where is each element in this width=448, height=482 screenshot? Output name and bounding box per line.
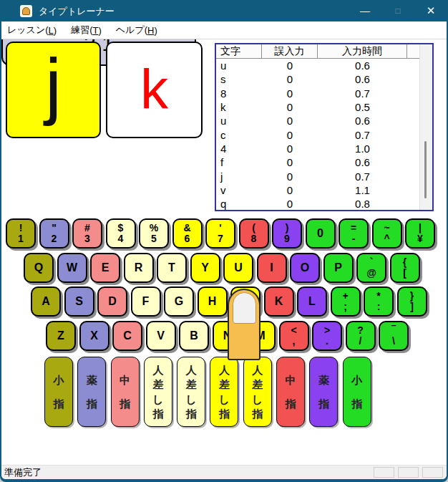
- table-row: k00.5: [216, 100, 419, 114]
- table-row: j00.7: [216, 169, 419, 183]
- key-C[interactable]: C: [112, 321, 142, 351]
- key-Q[interactable]: Q: [24, 253, 54, 283]
- status-text: 準備完了: [1, 466, 374, 479]
- table-cell: 0: [262, 129, 318, 141]
- table-row: u00.6: [216, 114, 419, 127]
- table-row: v01.1: [216, 183, 419, 197]
- key-4[interactable]: $4: [106, 218, 136, 249]
- table-cell: c: [216, 129, 262, 141]
- table-cell: 0.7: [318, 129, 407, 141]
- table-cell: 0: [262, 59, 318, 72]
- menu-item-t[interactable]: 練習(T): [64, 21, 109, 39]
- key-.[interactable]: >.: [312, 321, 342, 351]
- key-F[interactable]: F: [131, 286, 161, 317]
- client-area: レッスン(L)練習(T)ヘルプ(H) j k 3.1 文字 誤入力 入力時間 u…: [1, 21, 447, 479]
- menu-item-l[interactable]: レッスン(L): [1, 21, 64, 39]
- app-window: タイプトレーナー — □ ✕ レッスン(L)練習(T)ヘルプ(H) j k 3.…: [0, 0, 448, 482]
- table-cell: 0.7: [318, 170, 407, 183]
- table-cell: 0.7: [318, 87, 407, 100]
- key-:[interactable]: *:: [364, 286, 394, 317]
- key-7[interactable]: '7: [205, 218, 235, 249]
- key-¥[interactable]: |¥: [405, 218, 435, 249]
- table-row: u00.6: [216, 59, 419, 72]
- key-U[interactable]: U: [223, 253, 253, 283]
- table-cell: 0.6: [318, 156, 407, 168]
- key-E[interactable]: E: [90, 253, 120, 283]
- table-cell: 0: [262, 73, 318, 85]
- table-scrollbar-thumb[interactable]: [424, 141, 427, 198]
- window-title: タイプトレーナー: [39, 5, 115, 18]
- table-row: 800.7: [216, 87, 419, 100]
- key-Z[interactable]: Z: [46, 321, 76, 351]
- app-icon: [20, 5, 32, 17]
- header-spacer: [407, 44, 419, 58]
- key-R[interactable]: R: [124, 253, 154, 283]
- key-D[interactable]: D: [97, 286, 127, 317]
- header-char: 文字: [216, 44, 262, 58]
- key-][interactable]: }]: [397, 286, 427, 317]
- menu-item-h[interactable]: ヘルプ(H): [109, 21, 165, 39]
- table-cell: 0.6: [318, 73, 407, 85]
- title-bar: タイプトレーナー — □ ✕: [0, 0, 448, 21]
- key-1[interactable]: !1: [6, 218, 36, 249]
- table-cell: 1.1: [318, 184, 407, 196]
- key-2[interactable]: "2: [39, 218, 69, 249]
- minimize-button[interactable]: —: [349, 0, 381, 21]
- key-6[interactable]: &6: [172, 218, 203, 249]
- key-W[interactable]: W: [57, 253, 87, 283]
- key-8[interactable]: (8: [239, 218, 269, 249]
- key-K[interactable]: K: [264, 286, 294, 317]
- finger-key-小指: 小指: [44, 357, 73, 427]
- key-Y[interactable]: Y: [190, 253, 220, 283]
- table-row: c00.7: [216, 127, 419, 141]
- key-A[interactable]: A: [31, 286, 61, 317]
- table-cell: 0.5: [318, 101, 407, 113]
- table-cell: 4: [216, 143, 262, 155]
- keyboard-row: !1"2#3$4%5&6'7(8)90=-~^|¥: [6, 218, 435, 249]
- key-S[interactable]: S: [64, 286, 94, 317]
- table-cell: 0: [262, 115, 318, 127]
- key-X[interactable]: X: [79, 321, 109, 351]
- key-[[interactable]: {[: [390, 253, 420, 283]
- key-V[interactable]: V: [146, 321, 176, 351]
- current-char: j: [45, 42, 62, 127]
- table-cell: q: [216, 198, 262, 210]
- key-@[interactable]: `@: [356, 253, 386, 283]
- key-T[interactable]: T: [157, 253, 187, 283]
- header-errors: 誤入力: [262, 44, 318, 58]
- key-\[interactable]: ‾\: [379, 321, 409, 351]
- table-cell: 1.0: [318, 143, 407, 155]
- next-char: k: [140, 57, 168, 122]
- key-L[interactable]: L: [297, 286, 327, 317]
- key-H[interactable]: H: [198, 286, 228, 317]
- key-G[interactable]: G: [164, 286, 194, 317]
- maximize-button[interactable]: □: [382, 0, 414, 21]
- key-0[interactable]: 0: [306, 218, 336, 249]
- table-cell: s: [216, 73, 262, 85]
- finger-key-小指: 小指: [343, 357, 371, 427]
- key-^[interactable]: ~^: [372, 218, 402, 249]
- table-scrollbar[interactable]: [419, 44, 432, 210]
- key-I[interactable]: I: [257, 253, 287, 283]
- table-cell: 0: [262, 184, 318, 196]
- key-,[interactable]: <,: [279, 321, 309, 351]
- table-row: f00.6: [216, 155, 419, 169]
- key-O[interactable]: O: [290, 253, 320, 283]
- finger-key-人差し指: 人差し指: [144, 357, 172, 427]
- table-cell: 0: [262, 198, 318, 210]
- finger-key-中指: 中指: [111, 357, 140, 427]
- key-;[interactable]: +;: [331, 286, 361, 317]
- key-5[interactable]: %5: [139, 218, 169, 249]
- table-cell: 0.8: [318, 198, 407, 210]
- app-icon-glyph: [22, 7, 30, 15]
- close-button[interactable]: ✕: [415, 0, 447, 21]
- key-3[interactable]: #3: [72, 218, 102, 249]
- key--[interactable]: =-: [339, 218, 369, 249]
- finger-key-中指: 中指: [276, 357, 305, 427]
- key-/[interactable]: ?/: [346, 321, 376, 351]
- table-cell: v: [216, 184, 262, 196]
- status-panel-3: [422, 467, 443, 478]
- key-B[interactable]: B: [179, 321, 209, 351]
- key-9[interactable]: )9: [272, 218, 302, 249]
- key-P[interactable]: P: [323, 253, 354, 283]
